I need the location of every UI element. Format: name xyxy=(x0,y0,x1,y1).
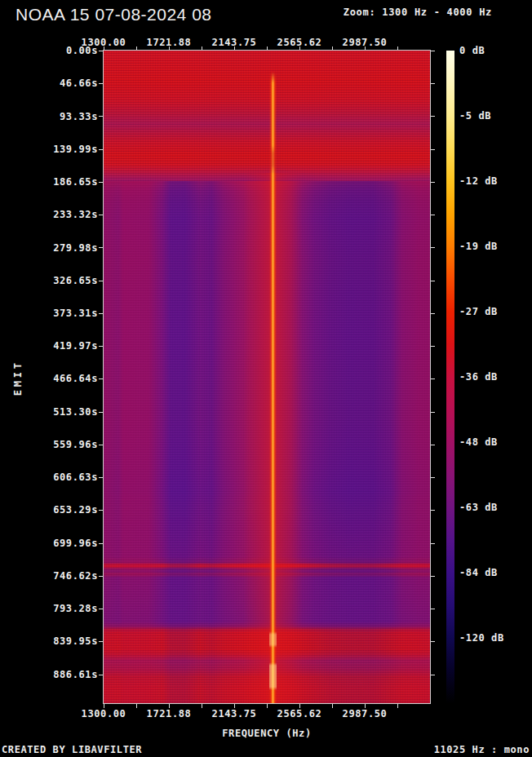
audio-format-label: 11025 Hz : mono xyxy=(434,744,530,755)
time-tick-label: 0.00s xyxy=(2,45,98,56)
spectrogram-heatmap xyxy=(104,51,430,703)
freq-tick-label-bottom: 1300.00 xyxy=(82,708,126,719)
freq-tick-label-bottom: 2987.50 xyxy=(343,708,388,719)
db-tick-label: -12 dB xyxy=(459,175,498,187)
time-tick-label: 326.65s xyxy=(2,275,98,286)
db-tick-label: -63 dB xyxy=(459,502,498,513)
db-tick-label: 0 dB xyxy=(459,45,485,56)
db-tick-label: -27 dB xyxy=(459,306,498,317)
zoom-range-label: Zoom: 1300 Hz - 4000 Hz xyxy=(344,7,492,18)
time-tick-label: 93.33s xyxy=(2,111,98,122)
time-axis-title: T I M E xyxy=(11,361,24,397)
carrier-line-2400hz xyxy=(269,51,277,703)
time-tick-label: 46.66s xyxy=(2,77,98,89)
db-tick-label: -5 dB xyxy=(459,110,491,122)
freq-tick-label-bottom: 2143.75 xyxy=(212,708,257,719)
time-tick-label: 186.65s xyxy=(2,176,98,188)
spectrogram-screen: NOAA 15 07-08-2024 08 Zoom: 1300 Hz - 40… xyxy=(0,0,532,757)
time-axis-title-char: E xyxy=(13,387,22,400)
time-tick-label: 419.97s xyxy=(2,340,98,352)
frequency-axis-title: FREQUENCY (Hz) xyxy=(222,728,312,739)
credit-label: CREATED BY LIBAVFILTER xyxy=(2,744,142,755)
time-tick-label: 653.29s xyxy=(2,504,98,516)
time-tick-label: 886.61s xyxy=(2,669,98,680)
time-tick-label: 139.99s xyxy=(2,144,98,155)
db-tick-label: -48 dB xyxy=(459,436,498,448)
freq-tick-label-bottom: 2565.62 xyxy=(277,708,322,719)
db-tick-label: -120 dB xyxy=(459,632,504,644)
time-tick-label: 746.62s xyxy=(2,570,98,582)
time-tick-label: 839.95s xyxy=(2,635,98,647)
time-tick-label: 793.28s xyxy=(2,603,98,614)
y-axis-ticks-right xyxy=(431,51,435,703)
time-tick-label: 606.63s xyxy=(2,471,98,483)
colorbar-gradient xyxy=(446,51,454,703)
time-tick-label: 699.96s xyxy=(2,538,98,549)
time-tick-label: 233.32s xyxy=(2,209,98,220)
db-tick-label: -36 dB xyxy=(459,371,498,383)
time-tick-label: 373.31s xyxy=(2,308,98,319)
page-title: NOAA 15 07-08-2024 08 xyxy=(16,5,212,24)
time-tick-label: 279.98s xyxy=(2,242,98,254)
time-tick-label: 559.96s xyxy=(2,439,98,450)
db-tick-label: -19 dB xyxy=(459,241,498,252)
freq-tick-label-bottom: 1721.88 xyxy=(147,708,192,719)
db-tick-label: -84 dB xyxy=(459,567,498,578)
time-tick-label: 513.30s xyxy=(2,406,98,418)
